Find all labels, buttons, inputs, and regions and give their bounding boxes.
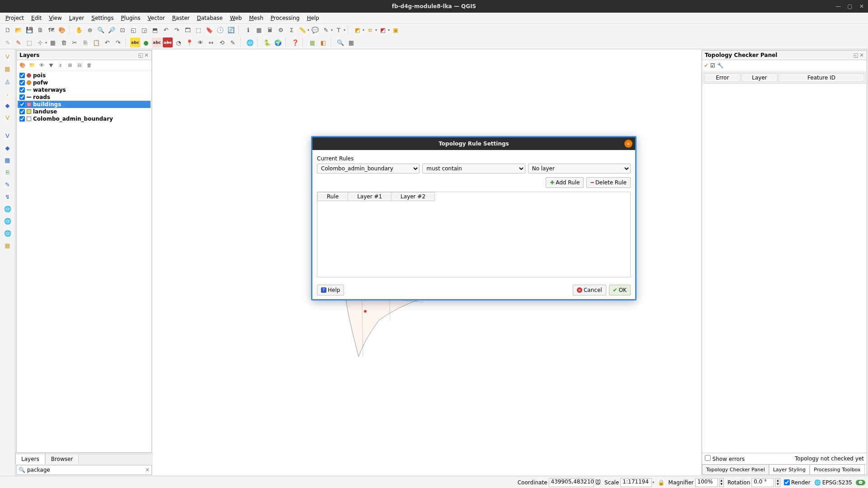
menu-database[interactable]: Database xyxy=(193,14,226,23)
wcs-icon[interactable]: 🌐 xyxy=(2,216,13,226)
collapse-all-icon[interactable]: ⊟ xyxy=(75,61,84,70)
label-strikeout-icon[interactable]: abc xyxy=(163,38,173,47)
panel-close-icon[interactable]: ✕ xyxy=(144,52,149,58)
col-rule[interactable]: Rule xyxy=(318,192,348,201)
layer-visibility-checkbox[interactable] xyxy=(19,109,25,114)
wms-icon[interactable]: 🌐 xyxy=(2,203,13,214)
col-error[interactable]: Error xyxy=(704,73,741,82)
new-print-layout-icon[interactable]: 🗎 xyxy=(35,25,45,35)
magnifier-spinner[interactable]: ▲▼ xyxy=(719,478,724,487)
menu-help[interactable]: Help xyxy=(303,14,323,23)
spatialite-icon[interactable]: ◆ xyxy=(2,100,13,111)
deselect-icon[interactable]: ◩ xyxy=(378,25,388,35)
layer-visibility-checkbox[interactable] xyxy=(19,94,25,100)
add-rule-button[interactable]: ✚Add Rule xyxy=(546,177,584,188)
vertex-tool-icon[interactable]: ⊹ xyxy=(35,38,45,47)
dialog-close-icon[interactable]: ✕ xyxy=(624,140,632,148)
label-change-icon[interactable]: ✎ xyxy=(228,38,238,47)
messages-icon[interactable]: 💬 xyxy=(856,480,865,485)
zoom-out-icon[interactable]: 🔎 xyxy=(107,25,117,35)
layer-visibility-checkbox[interactable] xyxy=(19,116,25,122)
save-project-icon[interactable]: 💾 xyxy=(24,25,34,35)
filter-legend-icon[interactable]: ▼ xyxy=(47,61,55,70)
tab-browser[interactable]: Browser xyxy=(45,454,79,464)
show-errors-checkbox[interactable]: Show errors xyxy=(705,455,745,462)
paste-features-icon[interactable]: 📋 xyxy=(91,38,101,47)
menu-edit[interactable]: Edit xyxy=(28,14,45,23)
measure-icon[interactable]: 📏 xyxy=(297,25,307,35)
rotation-input[interactable]: 0.0 ° xyxy=(751,478,774,487)
style-manager-icon[interactable]: 🎨 xyxy=(57,25,67,35)
menu-vector[interactable]: Vector xyxy=(144,14,169,23)
delete-selected-icon[interactable]: 🗑 xyxy=(59,38,69,47)
python-console-icon[interactable]: 🐍 xyxy=(262,38,272,47)
new-virtual-icon[interactable]: ✎ xyxy=(2,179,13,190)
georef-icon[interactable]: ▦ xyxy=(346,38,356,47)
zoom-full-icon[interactable]: ⊡ xyxy=(118,25,127,35)
identify-icon[interactable]: ℹ xyxy=(243,25,253,35)
window-close-icon[interactable]: ✕ xyxy=(858,3,865,9)
add-feature-icon[interactable]: ⬚ xyxy=(24,38,34,47)
panel-undock-icon[interactable]: ◱ xyxy=(854,52,859,58)
label-move-icon[interactable]: ↔ xyxy=(206,38,216,47)
xyz-icon[interactable]: ▦ xyxy=(2,240,13,251)
field-calc-icon[interactable]: 🖩 xyxy=(265,25,275,35)
coord-input[interactable]: 439905,483210 xyxy=(549,478,594,487)
modify-attrs-icon[interactable]: ▦ xyxy=(48,38,58,47)
menu-web[interactable]: Web xyxy=(226,14,245,23)
panel-close-icon[interactable]: ✕ xyxy=(859,52,864,58)
ok-button[interactable]: ✔OK xyxy=(609,285,631,296)
menu-settings[interactable]: Settings xyxy=(88,14,117,23)
zoom-in-icon[interactable]: 🔍 xyxy=(96,25,106,35)
label-rotate-icon[interactable]: ⟲ xyxy=(217,38,227,47)
help-contents-icon[interactable]: ❓ xyxy=(290,38,300,47)
tab-layers[interactable]: Layers xyxy=(15,454,45,464)
col-layer1[interactable]: Layer #1 xyxy=(348,192,392,201)
help-button[interactable]: ?Help xyxy=(317,285,344,296)
layer-row-buildings[interactable]: buildings xyxy=(18,101,151,108)
render-checkbox[interactable]: Render xyxy=(784,479,811,486)
tab-layer-styling[interactable]: Layer Styling xyxy=(769,465,810,474)
manage-visibility-icon[interactable]: 👁 xyxy=(38,61,46,70)
pan-icon[interactable]: ✋ xyxy=(74,25,84,35)
copy-features-icon[interactable]: ⎘ xyxy=(80,38,90,47)
new-bookmark-icon[interactable]: 🔖 xyxy=(204,25,214,35)
redo-icon[interactable]: ↷ xyxy=(113,38,123,47)
zoom-last-icon[interactable]: ↶ xyxy=(161,25,171,35)
wfs-icon[interactable]: 🌐 xyxy=(2,228,13,239)
layer-row-Colombo_admin_boundary[interactable]: Colombo_admin_boundary xyxy=(18,115,151,122)
pan-to-selection-icon[interactable]: ⊕ xyxy=(85,25,95,35)
diagram-icon[interactable]: ◔ xyxy=(174,38,184,47)
panel-undock-icon[interactable]: ◱ xyxy=(138,52,143,58)
layer-visibility-checkbox[interactable] xyxy=(19,73,25,78)
plugin-icon[interactable]: ◧ xyxy=(318,38,328,47)
col-layer2[interactable]: Layer #2 xyxy=(392,192,435,201)
layer-row-roads[interactable]: roads xyxy=(18,94,151,101)
menu-view[interactable]: View xyxy=(45,14,65,23)
menu-layer[interactable]: Layer xyxy=(66,14,88,23)
new-3d-view-icon[interactable]: ⬚ xyxy=(193,25,203,35)
stats-icon[interactable]: Σ xyxy=(287,25,297,35)
new-gpkg-icon[interactable]: ▦ xyxy=(2,155,13,165)
new-project-icon[interactable]: 🗋 xyxy=(3,25,13,35)
select-features-icon[interactable]: ◩ xyxy=(353,25,363,35)
tab-processing-toolbox[interactable]: Processing Toolbox xyxy=(810,465,865,474)
label-rule-icon[interactable]: ● xyxy=(141,38,151,47)
cut-features-icon[interactable]: ✂ xyxy=(70,38,80,47)
quickosm-icon[interactable]: 🌐 xyxy=(245,38,255,47)
expression-filter-icon[interactable]: ε xyxy=(57,61,65,70)
map-canvas[interactable]: Topology Rule Settings ✕ Current Rules C… xyxy=(153,49,701,476)
validate-all-icon[interactable]: ✔ xyxy=(704,62,708,69)
toggle-editing-icon[interactable]: ✎ xyxy=(3,38,13,47)
add-group-icon[interactable]: 📁 xyxy=(28,61,36,70)
map-tips-icon[interactable]: 💬 xyxy=(310,25,320,35)
crs-button[interactable]: 🌐 EPSG:5235 xyxy=(814,479,852,486)
layer-visibility-checkbox[interactable] xyxy=(19,87,25,93)
lock-scale-icon[interactable]: 🔒 xyxy=(658,479,665,486)
virtual-layer-icon[interactable]: V xyxy=(2,112,13,123)
zoom-native-icon[interactable]: ⬒ xyxy=(150,25,160,35)
label-blocking-icon[interactable]: abc xyxy=(152,38,162,47)
open-attr-table-icon[interactable]: ▦ xyxy=(254,25,264,35)
osm-icon[interactable]: 🌍 xyxy=(273,38,283,47)
layer-tree[interactable]: pois pofw waterways roads buildings land… xyxy=(17,71,151,452)
